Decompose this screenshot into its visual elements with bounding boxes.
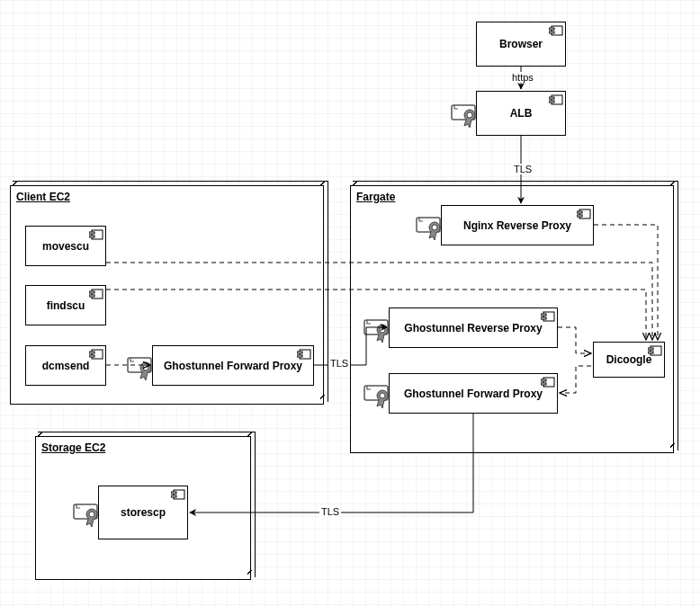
svg-rect-15 bbox=[89, 352, 94, 353]
component-findscu: findscu bbox=[25, 285, 106, 325]
component-label: Ghostunnel Forward Proxy bbox=[390, 388, 557, 400]
svg-rect-38 bbox=[648, 348, 653, 350]
component-icon bbox=[89, 348, 103, 361]
component-dicoogle: Dicoogle bbox=[593, 342, 665, 378]
svg-rect-2 bbox=[549, 31, 554, 33]
component-nginx: Nginx Reverse Proxy bbox=[441, 205, 594, 245]
component-ghostunnel-reverse: Ghostunnel Reverse Proxy bbox=[389, 307, 558, 348]
component-icon bbox=[171, 488, 185, 501]
component-icon bbox=[549, 24, 563, 37]
component-movescu: movescu bbox=[25, 226, 106, 266]
group-label: Client EC2 bbox=[16, 191, 70, 203]
svg-rect-36 bbox=[541, 383, 546, 385]
component-label: Browser bbox=[477, 38, 565, 50]
component-dcmsend: dcmsend bbox=[25, 345, 106, 386]
svg-rect-21 bbox=[297, 355, 302, 357]
certificate-icon bbox=[364, 382, 391, 405]
component-icon bbox=[549, 94, 563, 106]
certificate-icon bbox=[417, 214, 444, 237]
component-icon bbox=[541, 376, 555, 388]
component-label: Nginx Reverse Proxy bbox=[442, 219, 593, 232]
svg-rect-31 bbox=[541, 317, 546, 319]
svg-rect-35 bbox=[541, 379, 546, 381]
svg-point-4 bbox=[467, 112, 472, 118]
component-label: Ghostunnel Forward Proxy bbox=[153, 360, 313, 372]
certificate-icon bbox=[74, 501, 101, 524]
certificate-icon bbox=[364, 316, 391, 340]
certificate-icon bbox=[128, 354, 155, 378]
component-icon bbox=[89, 288, 103, 300]
component-label: findscu bbox=[26, 299, 105, 312]
edge-label-tls-alb: TLS bbox=[512, 164, 534, 174]
edge-label-tls-gt: TLS bbox=[328, 358, 350, 369]
svg-point-33 bbox=[380, 393, 385, 398]
svg-rect-10 bbox=[89, 236, 94, 237]
component-icon bbox=[89, 228, 103, 241]
svg-rect-13 bbox=[89, 295, 94, 297]
svg-rect-39 bbox=[648, 352, 653, 353]
group-label: Fargate bbox=[356, 191, 395, 203]
component-label: storescp bbox=[99, 506, 187, 519]
svg-point-23 bbox=[432, 225, 437, 230]
svg-rect-26 bbox=[577, 215, 582, 217]
svg-rect-1 bbox=[549, 28, 554, 30]
svg-rect-44 bbox=[171, 495, 176, 497]
svg-rect-43 bbox=[171, 492, 176, 494]
svg-rect-25 bbox=[577, 211, 582, 213]
svg-rect-9 bbox=[89, 232, 94, 234]
component-label: dcmsend bbox=[26, 360, 105, 372]
certificate-icon bbox=[452, 102, 479, 125]
component-icon bbox=[297, 348, 311, 361]
svg-point-28 bbox=[380, 327, 385, 333]
component-storescp: storescp bbox=[98, 486, 188, 539]
svg-rect-12 bbox=[89, 291, 94, 293]
component-ghostunnel-forward-client: Ghostunnel Forward Proxy bbox=[152, 345, 314, 386]
svg-point-18 bbox=[143, 365, 148, 370]
component-label: ALB bbox=[477, 107, 565, 120]
component-label: Ghostunnel Reverse Proxy bbox=[390, 322, 557, 334]
svg-rect-30 bbox=[541, 314, 546, 316]
svg-rect-16 bbox=[89, 355, 94, 357]
component-ghostunnel-forward-fargate: Ghostunnel Forward Proxy bbox=[389, 373, 558, 414]
group-label: Storage EC2 bbox=[41, 441, 105, 454]
component-label: movescu bbox=[26, 240, 105, 253]
component-icon bbox=[648, 344, 662, 357]
svg-rect-7 bbox=[549, 101, 554, 102]
svg-rect-20 bbox=[297, 352, 302, 353]
component-icon bbox=[577, 208, 591, 220]
component-icon bbox=[541, 310, 555, 323]
svg-point-41 bbox=[89, 512, 94, 517]
edge-label-https: https bbox=[510, 72, 535, 83]
edge-label-tls-store: TLS bbox=[319, 506, 341, 517]
svg-rect-6 bbox=[549, 97, 554, 99]
component-alb: ALB bbox=[476, 91, 566, 136]
component-browser: Browser bbox=[476, 22, 566, 67]
